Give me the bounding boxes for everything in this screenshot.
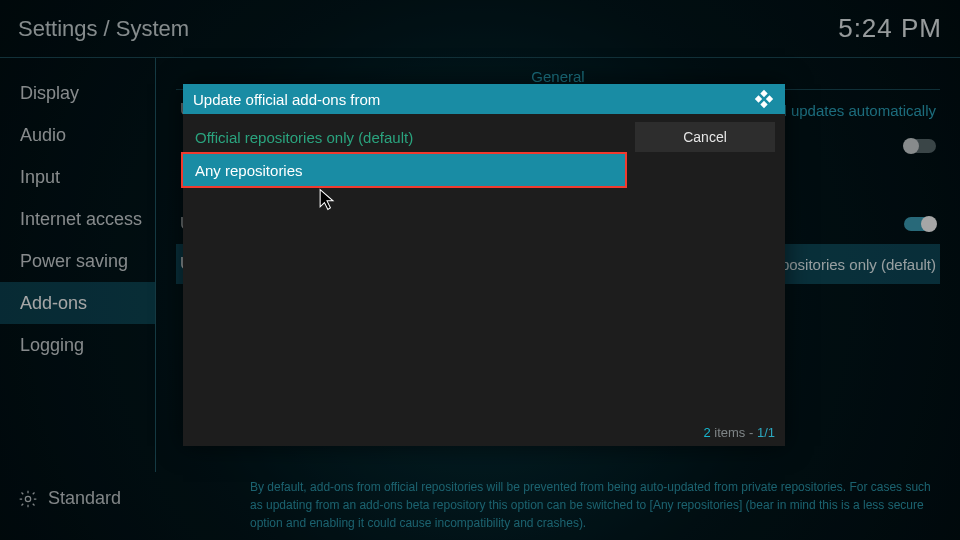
modal-header: Update official add-ons from [183,84,785,114]
modal-footer: 2 items - 1/1 [183,425,785,446]
modal-title: Update official add-ons from [193,91,380,108]
kodi-logo-icon [753,88,775,110]
modal-page: 1/1 [757,425,775,440]
modal-update-official: Update official add-ons from Official re… [183,84,785,446]
modal-items-word: items - [711,425,757,440]
cancel-button[interactable]: Cancel [635,122,775,152]
option-any-repositories[interactable]: Any repositories [181,152,627,188]
modal-options: Official repositories only (default) Any… [183,114,625,425]
modal-actions: Cancel [625,114,785,425]
modal-item-count: 2 [703,425,710,440]
modal-body: Official repositories only (default) Any… [183,114,785,425]
option-official-repositories[interactable]: Official repositories only (default) [183,120,625,154]
